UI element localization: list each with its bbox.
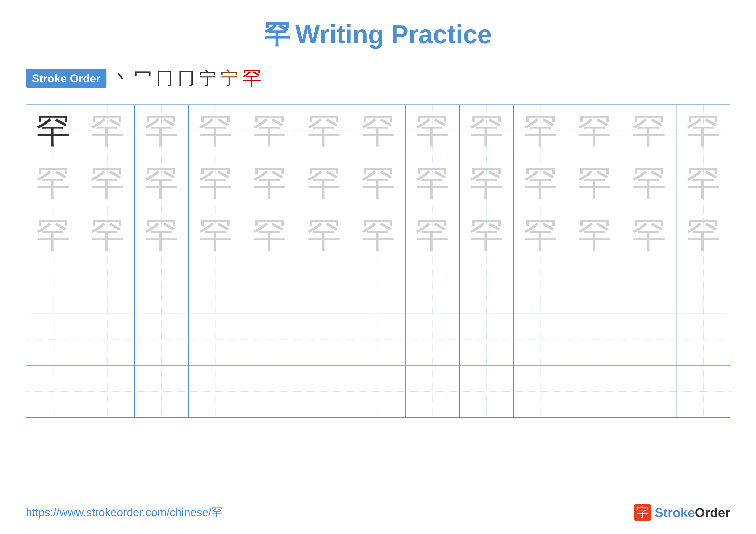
grid-cell[interactable]: 罕 (622, 157, 676, 209)
grid-cell[interactable]: 罕 (568, 209, 622, 261)
char-display: 罕 (253, 165, 287, 200)
stroke-order-row: Stroke Order 丶 冖 冂 冂 宁 宁 罕 (0, 65, 756, 91)
grid-cell[interactable]: 罕 (568, 157, 622, 209)
stroke-6: 宁 (221, 67, 238, 90)
grid-cell[interactable] (676, 261, 731, 313)
char-display: 罕 (36, 114, 70, 148)
title-char: 罕 (264, 20, 290, 49)
grid-cell[interactable]: 罕 (622, 105, 676, 157)
writing-grid: 罕 罕 罕 罕 罕 罕 罕 罕 罕 罕 罕 罕 罕 罕 罕 罕 罕 罕 罕 罕 … (26, 105, 730, 418)
grid-cell[interactable] (568, 314, 622, 365)
grid-cell[interactable]: 罕 (135, 157, 189, 209)
grid-cell[interactable] (514, 366, 568, 417)
grid-cell[interactable] (514, 261, 568, 313)
grid-cell[interactable]: 罕 (406, 209, 460, 261)
grid-cell[interactable]: 罕 (80, 209, 134, 261)
grid-cell[interactable] (568, 366, 622, 417)
grid-cell[interactable] (568, 261, 622, 313)
grid-cell[interactable] (189, 314, 243, 365)
grid-cell[interactable] (622, 314, 676, 365)
grid-cell[interactable]: 罕 (460, 157, 514, 209)
grid-cell[interactable] (351, 366, 405, 417)
grid-cell[interactable]: 罕 (297, 105, 351, 157)
grid-cell[interactable]: 罕 (514, 157, 568, 209)
char-display: 罕 (632, 165, 666, 200)
grid-cell[interactable]: 罕 (135, 105, 189, 157)
grid-cell[interactable] (80, 261, 134, 313)
grid-cell[interactable]: 罕 (243, 209, 297, 261)
grid-cell[interactable] (460, 261, 514, 313)
grid-cell[interactable]: 罕 (568, 105, 622, 157)
grid-cell[interactable]: 罕 (406, 157, 460, 209)
grid-cell[interactable] (460, 366, 514, 417)
grid-cell[interactable] (676, 314, 731, 365)
grid-cell[interactable]: 罕 (460, 105, 514, 157)
grid-cell[interactable] (406, 261, 460, 313)
grid-cell[interactable]: 罕 (243, 157, 297, 209)
grid-cell[interactable] (351, 261, 405, 313)
grid-cell[interactable] (26, 366, 80, 417)
grid-cell[interactable] (243, 314, 297, 365)
grid-cell[interactable]: 罕 (406, 105, 460, 157)
grid-cell[interactable] (297, 314, 351, 365)
grid-cell[interactable]: 罕 (26, 157, 80, 209)
grid-cell[interactable]: 罕 (622, 209, 676, 261)
grid-cell[interactable]: 罕 (514, 105, 568, 157)
stroke-2: 冖 (134, 67, 152, 90)
grid-cell[interactable] (189, 261, 243, 313)
grid-cell[interactable]: 罕 (80, 157, 134, 209)
grid-cell[interactable]: 罕 (351, 157, 405, 209)
grid-cell[interactable]: 罕 (676, 105, 731, 157)
grid-cell[interactable] (676, 366, 731, 417)
grid-cell[interactable]: 罕 (189, 209, 243, 261)
grid-cell[interactable] (135, 261, 189, 313)
char-display: 罕 (90, 218, 124, 252)
stroke-order-badge: Stroke Order (26, 69, 106, 88)
grid-cell[interactable] (26, 261, 80, 313)
grid-cell[interactable]: 罕 (189, 157, 243, 209)
grid-cell[interactable] (406, 366, 460, 417)
grid-cell[interactable]: 罕 (80, 105, 134, 157)
grid-cell[interactable]: 罕 (514, 209, 568, 261)
grid-cell[interactable]: 罕 (297, 209, 351, 261)
grid-cell[interactable] (351, 314, 405, 365)
char-display: 罕 (36, 218, 70, 252)
grid-cell[interactable]: 罕 (351, 105, 405, 157)
grid-cell[interactable] (80, 366, 134, 417)
grid-cell[interactable] (406, 314, 460, 365)
grid-cell[interactable]: 罕 (676, 209, 731, 261)
stroke-3: 冂 (156, 67, 173, 90)
char-display: 罕 (686, 165, 721, 200)
grid-cell[interactable]: 罕 (351, 209, 405, 261)
grid-cell[interactable]: 罕 (189, 105, 243, 157)
grid-cell[interactable] (514, 314, 568, 365)
grid-cell[interactable] (189, 366, 243, 417)
grid-cell[interactable] (243, 366, 297, 417)
grid-cell[interactable] (135, 366, 189, 417)
grid-cell[interactable] (297, 366, 351, 417)
grid-cell[interactable] (243, 261, 297, 313)
grid-cell[interactable]: 罕 (243, 105, 297, 157)
char-display: 罕 (253, 218, 287, 252)
grid-cell[interactable]: 罕 (26, 209, 80, 261)
grid-cell[interactable] (622, 366, 676, 417)
grid-cell[interactable] (135, 314, 189, 365)
grid-cell[interactable] (622, 261, 676, 313)
logo-text-order: Order (695, 505, 730, 520)
grid-cell[interactable]: 罕 (460, 209, 514, 261)
logo-icon: 字 (634, 504, 651, 521)
char-display: 罕 (361, 218, 395, 252)
grid-cell[interactable]: 罕 (135, 209, 189, 261)
grid-cell[interactable]: 罕 (26, 105, 80, 157)
grid-cell[interactable] (297, 261, 351, 313)
grid-cell[interactable] (26, 314, 80, 365)
grid-cell[interactable] (80, 314, 134, 365)
char-display: 罕 (253, 114, 287, 148)
char-display: 罕 (361, 114, 395, 148)
char-display: 罕 (470, 165, 504, 200)
grid-cell[interactable]: 罕 (297, 157, 351, 209)
logo-text: StrokeOrder (655, 505, 730, 520)
grid-cell[interactable]: 罕 (676, 157, 731, 209)
grid-cell[interactable] (460, 314, 514, 365)
char-display: 罕 (686, 114, 721, 148)
